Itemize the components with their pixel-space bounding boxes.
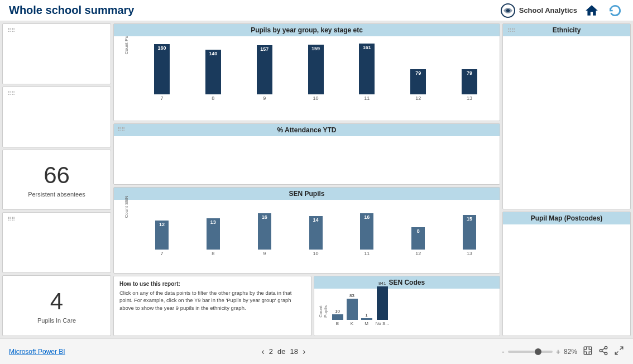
sen-bar-NoS[interactable]: [377, 286, 388, 320]
sen-bar-y8[interactable]: 13: [207, 218, 220, 250]
zoom-thumb[interactable]: [535, 348, 541, 355]
sen-bar-y9[interactable]: 16: [258, 213, 271, 250]
bar-group-8[interactable]: 140 8: [188, 50, 239, 101]
pupils-by-year-chart: Count Pupils 160 7 140 8 157 9: [118, 39, 495, 111]
sen-bar-y13[interactable]: 15: [463, 215, 476, 250]
pupil-map-panel[interactable]: Pupil Map (Postcodes): [502, 212, 631, 336]
instructions-panel: How to use this report: Click on any of …: [113, 276, 311, 336]
bar-y11[interactable]: 161: [359, 44, 375, 94]
brand-icon: [500, 3, 516, 18]
persistent-absentees-value: 66: [44, 162, 70, 189]
brand: School Analytics: [500, 3, 577, 18]
sen-pupils-chart: Count SEN 12 7 13 8 16 9 14: [118, 202, 495, 266]
sen-bar-y11[interactable]: 16: [360, 213, 373, 250]
sen-codes-y-axis: Count Pupils: [318, 304, 328, 319]
sen-bar-10[interactable]: 14 10: [290, 216, 342, 256]
expand-icon: [583, 346, 593, 356]
sen-codes-body: Count Pupils 10 E 83 K: [314, 289, 500, 334]
pagination-separator: de: [277, 347, 285, 356]
zoom-plus[interactable]: +: [556, 347, 560, 356]
sen-codes-chart: 10 E 83 K 1: [332, 289, 500, 336]
bar-group-13[interactable]: 79 13: [444, 69, 495, 101]
persistent-absentees-content: 66 Persistent absentees: [22, 150, 91, 210]
bar-y8[interactable]: 140: [205, 50, 221, 94]
next-page-button[interactable]: ›: [303, 347, 305, 357]
ethnicity-title: Ethnicity: [503, 24, 630, 36]
sen-code-K[interactable]: 83 K: [347, 293, 358, 326]
pupils-by-year-body: Count Pupils 160 7 140 8 157 9: [114, 36, 500, 117]
bar-y7[interactable]: 160: [154, 44, 170, 94]
attendance-panel[interactable]: ⠿⠿ % Attendance YTD: [113, 123, 500, 185]
share-button[interactable]: [598, 346, 608, 357]
svg-line-8: [615, 352, 618, 355]
svg-line-5: [602, 351, 605, 353]
bar-group-9[interactable]: 157 9: [239, 45, 290, 101]
sen-bar-M[interactable]: [361, 318, 372, 320]
zoom-value: 82%: [564, 348, 577, 356]
brand-name: School Analytics: [519, 6, 577, 15]
left-column: ⠿⠿ ⠿⠿ 66 Persistent absentees ⠿⠿ 4 Pupil…: [2, 23, 111, 336]
left-panel-4: ⠿⠿: [2, 212, 111, 273]
bar-y12[interactable]: 79: [410, 69, 426, 94]
sen-codes-title: SEN Codes: [314, 276, 500, 289]
bottom-right-icons: - + 82%: [502, 346, 624, 357]
left-panel-2: ⠿⠿: [2, 87, 111, 147]
pupils-by-year-panel[interactable]: Pupils by year group, key stage etc Coun…: [113, 23, 500, 121]
sen-bar-y12[interactable]: 8: [411, 227, 425, 250]
bar-group-12[interactable]: 79 12: [392, 69, 444, 101]
middle-column: Pupils by year group, key stage etc Coun…: [113, 23, 500, 336]
sen-bar-11[interactable]: 16 11: [341, 213, 392, 256]
ethnicity-panel[interactable]: ⠿⠿ Ethnicity: [502, 23, 631, 209]
home-button[interactable]: [583, 2, 601, 20]
bar-group-7[interactable]: 160 7: [136, 44, 188, 101]
sen-bar-9[interactable]: 16 9: [239, 213, 290, 256]
sen-bar-y10[interactable]: 14: [309, 216, 323, 250]
svg-point-3: [600, 349, 602, 352]
sen-bar-E[interactable]: [332, 314, 343, 320]
prev-page-button[interactable]: ‹: [261, 347, 264, 357]
sen-bar-7[interactable]: 12 7: [136, 221, 188, 256]
instructions-text: Click on any of the data points to filte…: [119, 289, 305, 312]
total-pages: 18: [290, 347, 298, 356]
pagination: ‹ 2 de 18 ›: [261, 347, 305, 357]
top-bar-right: School Analytics: [500, 2, 624, 20]
sen-code-M[interactable]: 1 M: [361, 313, 372, 326]
expand-button[interactable]: [583, 346, 593, 357]
zoom-slider[interactable]: [508, 351, 553, 353]
svg-line-7: [620, 347, 622, 349]
sen-y-axis: Count SEN: [124, 203, 129, 218]
loading-indicator-4: ⠿⠿: [7, 216, 15, 222]
loading-indicator-1: ⠿⠿: [7, 27, 15, 33]
ethnicity-loading: ⠿⠿: [507, 27, 515, 33]
powerbi-link[interactable]: Microsoft Power BI: [9, 348, 65, 356]
sen-pupils-panel[interactable]: SEN Pupils Count SEN 12 7 13 8 16 9: [113, 187, 500, 274]
bar-y9[interactable]: 157: [257, 45, 272, 94]
loading-indicator-2: ⠿⠿: [7, 90, 15, 97]
right-column: ⠿⠿ Ethnicity Pupil Map (Postcodes): [502, 23, 631, 336]
bar-group-11[interactable]: 161 11: [341, 44, 392, 101]
sen-code-NoS[interactable]: 841 No S...: [376, 281, 389, 326]
pupils-by-year-title: Pupils by year group, key stage etc: [114, 24, 500, 36]
pupils-in-care-content: 4 Pupils In Care: [32, 276, 81, 336]
bar-y13[interactable]: 79: [462, 69, 477, 94]
attendance-loading: ⠿⠿: [117, 126, 125, 132]
sen-codes-panel[interactable]: SEN Codes Count Pupils 10 E 83: [314, 276, 501, 336]
bar-group-10[interactable]: 159 10: [290, 45, 342, 101]
sen-bar-13[interactable]: 15 13: [444, 215, 495, 256]
share-icon: [598, 346, 608, 356]
sen-bar-K[interactable]: [347, 299, 358, 320]
sen-bar-8[interactable]: 13 8: [188, 218, 239, 256]
bottom-row: How to use this report: Click on any of …: [113, 276, 500, 336]
pupils-in-care-label: Pupils In Care: [37, 317, 76, 324]
refresh-button[interactable]: [606, 2, 624, 20]
zoom-minus[interactable]: -: [502, 347, 505, 356]
sen-code-E[interactable]: 10 E: [332, 309, 343, 326]
sen-bar-y7[interactable]: 12: [155, 221, 169, 250]
svg-rect-1: [584, 347, 592, 355]
fullscreen-button[interactable]: [614, 346, 624, 357]
sen-bar-12[interactable]: 8 12: [392, 227, 444, 256]
attendance-title: % Attendance YTD: [114, 124, 500, 136]
bar-y10[interactable]: 159: [308, 45, 324, 94]
sen-pupils-title: SEN Pupils: [114, 188, 500, 200]
zoom-control: - + 82%: [502, 347, 577, 356]
